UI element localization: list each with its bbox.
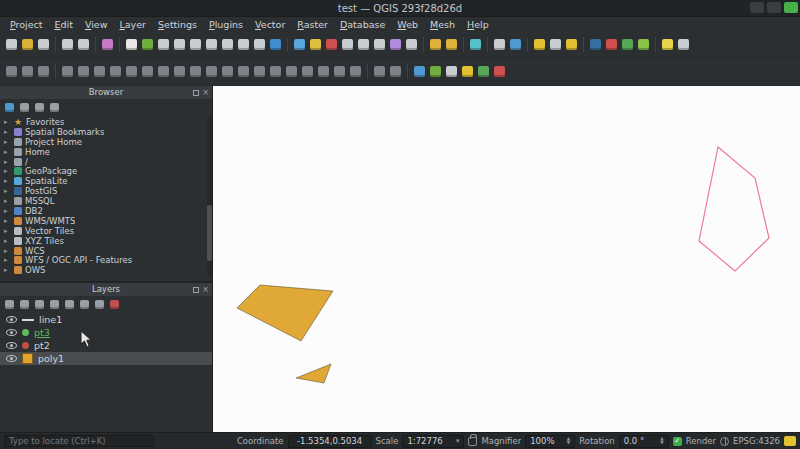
temporal-controller-icon[interactable] <box>468 37 483 53</box>
measure-line-icon[interactable] <box>388 37 403 53</box>
messages-icon[interactable] <box>784 436 796 446</box>
enable-properties-icon[interactable] <box>48 101 61 114</box>
browser-item-xyz-tiles[interactable]: ▸XYZ Tiles <box>0 236 212 246</box>
rotate-point-symbols-icon[interactable] <box>316 64 331 80</box>
merge-attributes-icon[interactable] <box>284 64 299 80</box>
browser-item-vector-tiles[interactable]: ▸Vector Tiles <box>0 226 212 236</box>
menu-plugins[interactable]: Plugins <box>203 18 249 31</box>
zoom-in-icon[interactable] <box>156 37 171 53</box>
trim-extend-icon[interactable] <box>348 64 363 80</box>
expand-arrow-icon[interactable]: ▸ <box>4 227 11 235</box>
python-console-icon[interactable] <box>588 37 603 53</box>
menu-mesh[interactable]: Mesh <box>424 18 461 31</box>
browser-item-home[interactable]: ▸Home <box>0 147 212 157</box>
layer-item-pt2[interactable]: pt2 <box>0 339 212 352</box>
new-project-icon[interactable] <box>4 37 19 53</box>
zoom-out-icon[interactable] <box>172 37 187 53</box>
identify-features-icon[interactable] <box>292 37 307 53</box>
toggle-editing-icon[interactable] <box>532 37 547 53</box>
open-layer-styling-icon[interactable] <box>3 298 16 311</box>
browser-item-wms-wmts[interactable]: ▸WMS/WMTS <box>0 216 212 226</box>
select-by-expression-icon[interactable] <box>340 37 355 53</box>
expand-arrow-icon[interactable]: ▸ <box>4 158 11 166</box>
spinner-arrows-icon[interactable]: ▲▼ <box>567 437 570 445</box>
move-feature-icon[interactable] <box>60 64 75 80</box>
expand-arrow-icon[interactable]: ▸ <box>4 247 11 255</box>
browser-item-postgis[interactable]: ▸PostGIS <box>0 186 212 196</box>
menu-help[interactable]: Help <box>461 18 495 31</box>
zoom-last-icon[interactable] <box>236 37 251 53</box>
vertex-tool-all-layers-icon[interactable] <box>372 64 387 80</box>
menu-edit[interactable]: Edit <box>49 18 79 31</box>
coordinate-field[interactable]: -1.5354,0.5034 <box>288 435 372 448</box>
browser-item-geopackage[interactable]: ▸GeoPackage <box>0 166 212 176</box>
manage-map-themes-icon[interactable] <box>33 298 46 311</box>
plugin-tool-icon[interactable] <box>492 64 507 80</box>
browser-item-spatial-bookmarks[interactable]: ▸Spatial Bookmarks <box>0 127 212 137</box>
offset-curve-icon[interactable] <box>204 64 219 80</box>
open-project-icon[interactable] <box>20 37 35 53</box>
merge-features-icon[interactable] <box>268 64 283 80</box>
expand-arrow-icon[interactable]: ▸ <box>4 148 11 156</box>
filter-by-expression-icon[interactable] <box>63 298 76 311</box>
collapse-all-icon[interactable] <box>33 101 46 114</box>
rotation-spinner[interactable]: 0.0 ° ▲▼ <box>619 435 669 448</box>
save-layer-edits-icon[interactable] <box>548 37 563 53</box>
attribute-table-icon[interactable] <box>356 37 371 53</box>
browser-item-wfs-ogc-api-features[interactable]: ▸WFS / OGC API - Features <box>0 255 212 265</box>
stream-digitizing-icon[interactable] <box>36 64 51 80</box>
expand-arrow-icon[interactable]: ▸ <box>4 167 11 175</box>
close-panel-icon[interactable]: × <box>202 286 209 293</box>
browser-item-favorites[interactable]: ▸★Favorites <box>0 117 212 127</box>
menu-project[interactable]: Project <box>4 18 49 31</box>
menu-layer[interactable]: Layer <box>114 18 153 31</box>
browser-item-project-home[interactable]: ▸Project Home <box>0 137 212 147</box>
menu-settings[interactable]: Settings <box>152 18 203 31</box>
expand-arrow-icon[interactable]: ▸ <box>4 217 11 225</box>
data-source-manager-icon[interactable] <box>508 37 523 53</box>
fill-ring-icon[interactable] <box>156 64 171 80</box>
new-3d-map-icon[interactable] <box>492 37 507 53</box>
zoom-next-icon[interactable] <box>252 37 267 53</box>
layer-visibility-checkbox[interactable] <box>6 342 17 349</box>
float-panel-icon[interactable] <box>193 287 199 293</box>
expand-all-icon[interactable] <box>78 298 91 311</box>
menu-raster[interactable]: Raster <box>291 18 334 31</box>
menu-vector[interactable]: Vector <box>249 18 291 31</box>
lock-scale-icon[interactable] <box>468 437 477 446</box>
layer-visibility-checkbox[interactable] <box>6 316 17 323</box>
browser-item-wcs[interactable]: ▸WCS <box>0 246 212 256</box>
scale-combo[interactable]: 1:72776 ▾ <box>402 435 464 448</box>
magnifier-spinner[interactable]: 100% ▲▼ <box>525 435 575 448</box>
spinner-arrows-icon[interactable]: ▲▼ <box>660 437 663 445</box>
statistical-summary-icon[interactable] <box>404 37 419 53</box>
grass-tools-icon[interactable] <box>428 64 443 80</box>
new-print-layout-icon[interactable] <box>60 37 75 53</box>
expand-arrow-icon[interactable]: ▸ <box>4 177 11 185</box>
pan-map-icon[interactable] <box>124 37 139 53</box>
add-part-icon[interactable] <box>140 64 155 80</box>
zoom-to-layer-icon[interactable] <box>220 37 235 53</box>
vertex-tool-active-layer-icon[interactable] <box>388 64 403 80</box>
menu-database[interactable]: Database <box>334 18 391 31</box>
browser-item-mssql[interactable]: ▸MSSQL <box>0 196 212 206</box>
float-panel-icon[interactable] <box>193 90 199 96</box>
help-icon[interactable] <box>660 37 675 53</box>
layer-visibility-checkbox[interactable] <box>6 355 17 362</box>
mesh-calculator-icon[interactable] <box>476 64 491 80</box>
reshape-features-icon[interactable] <box>220 64 235 80</box>
menu-web[interactable]: Web <box>391 18 424 31</box>
style-manager-icon[interactable] <box>100 37 115 53</box>
add-ring-icon[interactable] <box>124 64 139 80</box>
save-project-icon[interactable] <box>36 37 51 53</box>
processing-toolbox-icon[interactable] <box>604 37 619 53</box>
expand-arrow-icon[interactable]: ▸ <box>4 256 11 264</box>
refresh-browser-icon[interactable] <box>3 101 16 114</box>
filter-browser-icon[interactable] <box>18 101 31 114</box>
close-button[interactable] <box>784 2 798 13</box>
expand-arrow-icon[interactable]: ▸ <box>4 207 11 215</box>
split-features-icon[interactable] <box>252 64 267 80</box>
processing-icon[interactable] <box>412 64 427 80</box>
scrollbar-thumb[interactable] <box>207 205 212 261</box>
zoom-full-icon[interactable] <box>188 37 203 53</box>
